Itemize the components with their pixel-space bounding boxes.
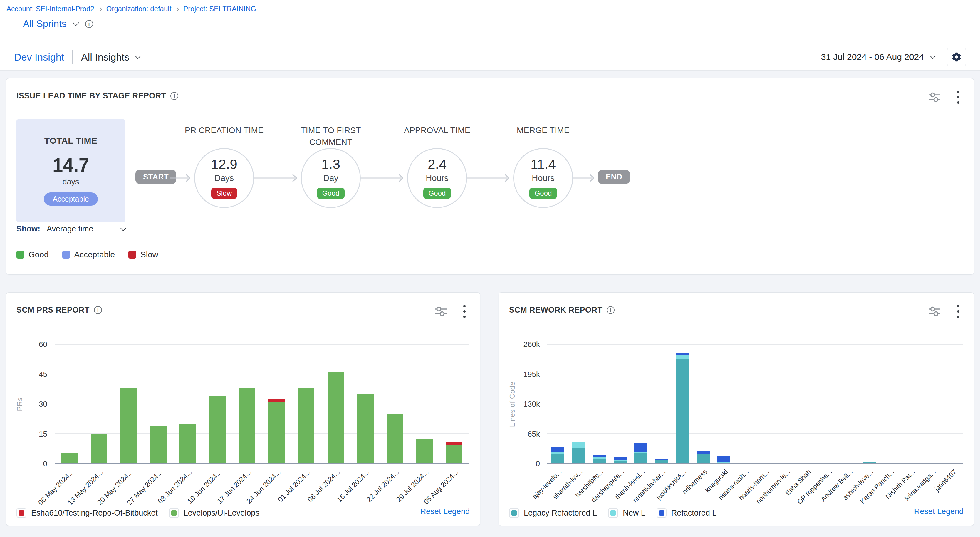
stage-circle[interactable]: 2.4 Hours Good (407, 148, 467, 208)
breadcrumb-project[interactable]: Project: SEI TRAINING (183, 5, 256, 13)
total-time-card: TOTAL TIME 14.7 days Acceptable (16, 119, 125, 222)
y-tick-label: 15 (39, 429, 47, 438)
stage-unit: Day (323, 173, 339, 183)
bar-chart-plot (547, 345, 963, 464)
bar[interactable] (946, 345, 959, 463)
kebab-menu-icon (463, 304, 466, 318)
sprint-selector[interactable]: All Sprints (23, 18, 67, 29)
bar-segment (209, 396, 226, 463)
settings-button[interactable] (947, 48, 966, 67)
bar[interactable] (593, 345, 606, 463)
bar[interactable] (697, 345, 710, 463)
widget-menu-button[interactable] (957, 304, 960, 318)
bar[interactable] (357, 345, 374, 463)
stage-circle[interactable]: 11.4 Hours Good (513, 148, 573, 208)
bar[interactable] (298, 345, 314, 463)
bar[interactable] (676, 345, 689, 463)
legend-label: Acceptable (74, 250, 115, 259)
bar[interactable] (446, 345, 462, 463)
nav-dev-insight[interactable]: Dev Insight (14, 51, 64, 63)
info-icon[interactable]: i (94, 306, 102, 314)
show-metric-dropdown[interactable]: Show: Average time (16, 224, 125, 234)
bar-segment (593, 459, 606, 463)
bar-segment (416, 440, 433, 463)
bar[interactable] (61, 345, 78, 463)
bar[interactable] (738, 345, 751, 463)
bar[interactable] (551, 345, 564, 463)
info-icon[interactable]: i (607, 306, 614, 314)
stage-value: 1.3 (321, 157, 340, 171)
bar[interactable] (821, 345, 834, 463)
chevron-down-icon[interactable] (73, 20, 79, 26)
reset-legend-link[interactable]: Reset Legend (914, 507, 964, 516)
stage-circle[interactable]: 1.3 Day Good (301, 148, 361, 208)
insight-selector[interactable]: All Insights (81, 51, 140, 63)
bar-segment (718, 462, 730, 463)
info-icon[interactable]: i (85, 20, 93, 28)
chevron-right-icon (175, 7, 179, 11)
gridline (547, 344, 963, 345)
bar[interactable] (863, 345, 876, 463)
bar[interactable] (209, 345, 226, 463)
bar-segment (180, 424, 196, 463)
date-range-picker[interactable]: 31 Jul 2024 - 06 Aug 2024 (821, 52, 935, 62)
legend-swatch (171, 510, 177, 516)
bar[interactable] (572, 345, 585, 463)
bar[interactable] (387, 345, 403, 463)
stage-title: PR CREATION TIME (185, 125, 264, 148)
legend-label: New L (623, 508, 645, 518)
stage-unit: Days (215, 173, 234, 183)
bar[interactable] (614, 345, 627, 463)
total-time-status-badge: Acceptable (44, 192, 98, 206)
bar-segment (446, 442, 462, 445)
bar-segment (551, 447, 564, 452)
bar-segment (268, 399, 285, 402)
widget-menu-button[interactable] (957, 90, 960, 104)
legend-item: Good (16, 250, 49, 259)
bar[interactable] (239, 345, 255, 463)
legend-item[interactable]: New L (608, 508, 645, 518)
bar[interactable] (268, 345, 285, 463)
chart-legend: Esha610/Testing-Repo-Of-BitbucketLevelop… (16, 508, 259, 518)
stage-merge-time: MERGE TIME 11.4 Hours Good (499, 125, 587, 208)
gridline (547, 404, 963, 404)
bar[interactable] (416, 345, 433, 463)
legend-label: Good (29, 250, 49, 259)
bar[interactable] (800, 345, 813, 463)
lead-time-legend: GoodAcceptableSlow (16, 250, 158, 259)
bar-segment (268, 402, 285, 463)
widget-filter-button[interactable] (434, 305, 448, 317)
widget-menu-button[interactable] (463, 304, 466, 318)
bar[interactable] (718, 345, 730, 463)
bar[interactable] (905, 345, 918, 463)
bar[interactable] (780, 345, 793, 463)
widget-filter-button[interactable] (928, 91, 942, 103)
bar[interactable] (634, 345, 647, 463)
kebab-menu-icon (957, 304, 960, 318)
bar[interactable] (759, 345, 772, 463)
bar[interactable] (180, 345, 196, 463)
bar[interactable] (842, 345, 855, 463)
legend-item[interactable]: Esha610/Testing-Repo-Of-Bitbucket (16, 508, 158, 518)
legend-item: Slow (128, 250, 158, 259)
reset-legend-link[interactable]: Reset Legend (420, 507, 470, 516)
bar[interactable] (121, 345, 137, 463)
widget-filter-button[interactable] (928, 305, 942, 317)
breadcrumb-account[interactable]: Account: SEI-Internal-Prod2 (6, 5, 94, 13)
bar-segment (614, 457, 627, 460)
panel-title: SCM REWORK REPORT (509, 305, 602, 315)
legend-item[interactable]: Refactored L (657, 508, 717, 518)
bar[interactable] (655, 345, 668, 463)
legend-item[interactable]: Legacy Refactored L (509, 508, 597, 518)
bar[interactable] (150, 345, 167, 463)
bar[interactable] (884, 345, 897, 463)
y-tick-label: 60 (39, 340, 47, 349)
legend-item[interactable]: Levelops/Ui-Levelops (169, 508, 259, 518)
breadcrumb-organization[interactable]: Organization: default (107, 5, 171, 13)
bar[interactable] (91, 345, 107, 463)
stage-circle[interactable]: 12.9 Days Slow (194, 148, 254, 208)
info-icon[interactable]: i (170, 92, 178, 100)
bar[interactable] (328, 345, 344, 463)
gridline (547, 374, 963, 375)
bar[interactable] (925, 345, 938, 463)
